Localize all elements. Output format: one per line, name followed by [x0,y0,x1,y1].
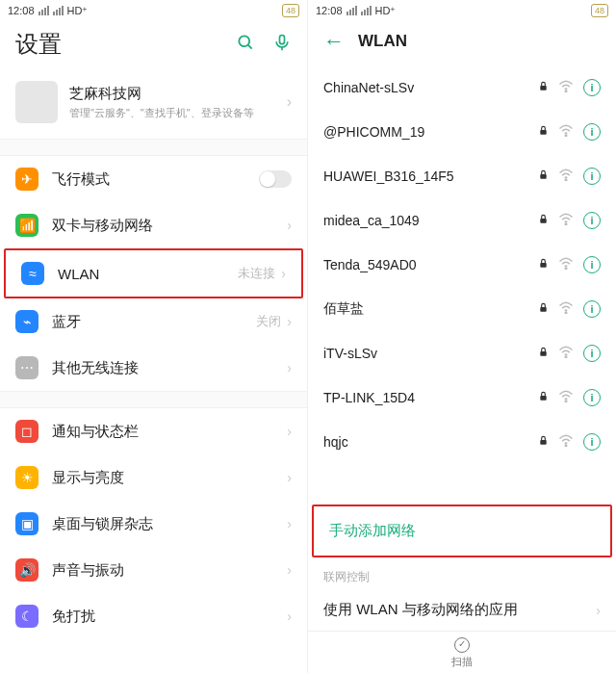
profile-row[interactable]: 芝麻科技网 管理"云服务"、"查找手机"、登录设备等 › [0,71,307,139]
settings-row-sound[interactable]: 🔊声音与振动› [0,547,307,593]
wifi-ssid: iTV-sLSv [323,346,538,361]
wifi-signal-icon [558,80,574,95]
settings-row-dnd[interactable]: ☾免打扰› [0,593,307,639]
battery-badge: 48 [591,4,608,17]
signal-icon [38,6,49,15]
lock-icon [538,346,549,361]
wifi-info-icon[interactable]: i [583,256,601,273]
svg-point-17 [565,356,567,358]
lock-icon [538,124,549,140]
wifi-info-icon[interactable]: i [583,79,601,96]
toggle-switch[interactable] [259,170,292,188]
wifi-ssid: Tenda_549AD0 [323,257,538,272]
wifi-row[interactable]: @PHICOMM_19i [308,110,616,154]
svg-rect-14 [540,307,546,312]
svg-rect-16 [540,351,546,356]
settings-row-bluetooth[interactable]: ⌁蓝牙关闭› [0,298,307,345]
voice-icon[interactable] [272,33,292,57]
search-icon[interactable] [236,33,255,57]
svg-point-0 [239,36,249,46]
wifi-info-icon[interactable]: i [583,123,601,141]
wifi-signal-icon [558,124,574,140]
wifi-info-icon[interactable]: i [583,345,601,362]
settings-header: 设置 [0,21,307,71]
settings-group-system: ◻通知与状态栏›☀显示与亮度›▣桌面与锁屏杂志›🔊声音与振动›☾免打扰› [0,408,307,639]
lock-icon [538,390,549,405]
profile-name: 芝麻科技网 [69,85,287,103]
svg-point-11 [565,223,567,225]
settings-row-notify[interactable]: ◻通知与状态栏› [0,408,307,454]
svg-rect-20 [540,440,546,445]
wifi-ssid: @PHICOMM_19 [323,124,538,140]
wifi-signal-icon [558,213,574,228]
profile-sub: 管理"云服务"、"查找手机"、登录设备等 [69,106,287,120]
wifi-ssid: TP-LINK_15D4 [323,390,538,405]
settings-group-connectivity: ✈飞行模式📶双卡与移动网络›≈WLAN未连接›⌁蓝牙关闭›⋯其他无线连接› [0,156,307,391]
wifi-info-icon[interactable]: i [583,433,601,451]
svg-rect-2 [280,35,285,43]
chevron-right-icon: › [287,608,292,624]
signal-icon [346,6,357,15]
settings-row-airplane[interactable]: ✈飞行模式 [0,156,307,202]
signal-icon-2 [53,6,64,15]
wlan-screen: 12:08 HD⁺ 48 ← WLAN ChinaNet-sLSvi@PHICO… [308,0,616,673]
lock-icon [538,80,549,95]
row-label: 其他无线连接 [52,359,287,377]
row-label: 桌面与锁屏杂志 [52,515,287,533]
battery-badge: 48 [282,4,299,17]
wifi-info-icon[interactable]: i [583,168,601,185]
wlan-header: ← WLAN [308,21,616,65]
wifi-row[interactable]: TP-LINK_15D4i [308,375,616,420]
wifi-row[interactable]: Tenda_549AD0i [308,243,616,287]
wifi-row[interactable]: midea_ca_1049i [308,198,616,243]
wifi-info-icon[interactable]: i [583,300,601,318]
svg-point-19 [565,401,567,402]
svg-point-15 [565,312,567,314]
apps-network-row[interactable]: 使用 WLAN 与移动网络的应用 › [308,589,616,631]
settings-row-display[interactable]: ☀显示与亮度› [0,454,307,501]
wifi-row[interactable]: ChinaNet-sLSvi [308,65,616,110]
lock-icon [538,168,549,184]
wifi-ssid: midea_ca_1049 [323,213,538,228]
status-bar: 12:08 HD⁺ 48 [308,0,616,21]
scan-icon [454,637,470,653]
settings-row-wlan[interactable]: ≈WLAN未连接› [6,250,301,297]
dnd-icon: ☾ [15,605,38,628]
wifi-list: ChinaNet-sLSvi@PHICOMM_19iHUAWEI_B316_14… [308,65,616,505]
section-label-network-control: 联网控制 [308,557,616,589]
status-net: HD⁺ [67,5,89,17]
svg-point-5 [565,91,567,92]
notify-icon: ◻ [15,420,38,443]
manual-add-highlight: 手动添加网络 [312,505,612,557]
chevron-right-icon: › [287,424,292,439]
row-label: 免打扰 [52,608,287,626]
settings-row-dualsim[interactable]: 📶双卡与移动网络› [0,202,307,248]
wifi-info-icon[interactable]: i [583,212,601,229]
wifi-signal-icon [558,301,574,317]
back-icon[interactable]: ← [323,29,345,54]
settings-row-desktop[interactable]: ▣桌面与锁屏杂志› [0,501,307,547]
avatar [15,81,58,123]
status-time: 12:08 [316,5,343,16]
other-icon: ⋯ [15,356,38,379]
chevron-right-icon: › [287,516,292,531]
chevron-right-icon: › [287,470,292,485]
wifi-info-icon[interactable]: i [583,389,601,406]
scan-button[interactable]: 扫描 [308,631,616,673]
chevron-right-icon: › [287,360,292,375]
wifi-signal-icon [558,434,574,450]
svg-rect-4 [540,86,546,91]
wifi-row[interactable]: iTV-sLSvi [308,331,616,375]
wifi-row[interactable]: HUAWEI_B316_14F5i [308,154,616,198]
wifi-signal-icon [558,390,574,405]
settings-row-other[interactable]: ⋯其他无线连接› [0,345,307,391]
chevron-right-icon: › [287,93,292,111]
wifi-row[interactable]: hqjci [308,420,616,464]
wifi-row[interactable]: 佰草盐i [308,287,616,331]
row-label: 通知与状态栏 [52,423,287,441]
scan-label: 扫描 [451,655,473,669]
manual-add-network[interactable]: 手动添加网络 [314,506,610,556]
chevron-right-icon: › [287,314,292,329]
row-status: 未连接 [238,265,275,282]
row-status: 关闭 [256,313,281,330]
